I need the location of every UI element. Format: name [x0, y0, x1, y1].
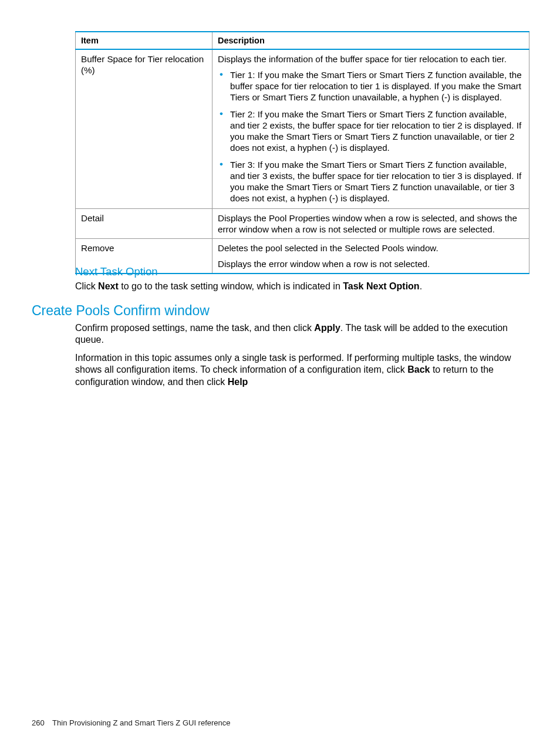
text: to go to the task setting window, which … — [119, 281, 343, 291]
text: Confirm proposed settings, name the task… — [75, 323, 314, 333]
cell-description: Displays the information of the buffer s… — [212, 49, 529, 209]
text: . — [420, 281, 422, 291]
create-pools-heading: Create Pools Confirm window — [32, 303, 529, 319]
cell-item: Detail — [76, 209, 212, 239]
next-task-heading: Next Task Option — [75, 265, 529, 278]
cell-item: Buffer Space for Tier relocation (%) — [76, 49, 212, 209]
list-item: Tier 2: If you make the Smart Tiers or S… — [228, 109, 524, 153]
create-pools-p2: Information in this topic assumes only a… — [75, 352, 529, 388]
tier-list: Tier 1: If you make the Smart Tiers or S… — [218, 69, 524, 204]
table-row: Detail Displays the Pool Properties wind… — [76, 209, 529, 239]
next-task-body: Click Next to go to the task setting win… — [75, 281, 529, 292]
next-task-section: Next Task Option Click Next to go to the… — [75, 265, 529, 298]
cell-description: Displays the Pool Properties window when… — [212, 209, 529, 239]
page-footer: 260 Thin Provisioning Z and Smart Tiers … — [32, 718, 231, 727]
table-row: Buffer Space for Tier relocation (%) Dis… — [76, 49, 529, 209]
list-item: Tier 3: If you make the Smart Tiers or S… — [228, 159, 524, 204]
page: Item Description Buffer Space for Tier r… — [0, 0, 560, 746]
cell-desc-line: Deletes the pool selected in the Selecte… — [218, 242, 524, 254]
bold-task-next-option: Task Next Option — [343, 281, 419, 291]
bold-next: Next — [98, 281, 119, 291]
parameters-table: Item Description Buffer Space for Tier r… — [75, 31, 529, 274]
create-pools-section: Create Pools Confirm window Confirm prop… — [32, 303, 529, 394]
bold-help: Help — [228, 377, 248, 387]
header-description: Description — [212, 32, 529, 49]
cell-desc-intro: Displays the information of the buffer s… — [218, 53, 524, 65]
bold-apply: Apply — [314, 323, 340, 333]
table-header-row: Item Description — [76, 32, 529, 49]
footer-title: Thin Provisioning Z and Smart Tiers Z GU… — [52, 718, 230, 727]
text: Click — [75, 281, 98, 291]
create-pools-p1: Confirm proposed settings, name the task… — [75, 322, 529, 346]
parameters-table-wrap: Item Description Buffer Space for Tier r… — [75, 31, 529, 274]
header-item: Item — [76, 32, 212, 49]
list-item: Tier 1: If you make the Smart Tiers or S… — [228, 69, 524, 103]
page-number: 260 — [32, 718, 45, 727]
bold-back: Back — [407, 364, 430, 374]
